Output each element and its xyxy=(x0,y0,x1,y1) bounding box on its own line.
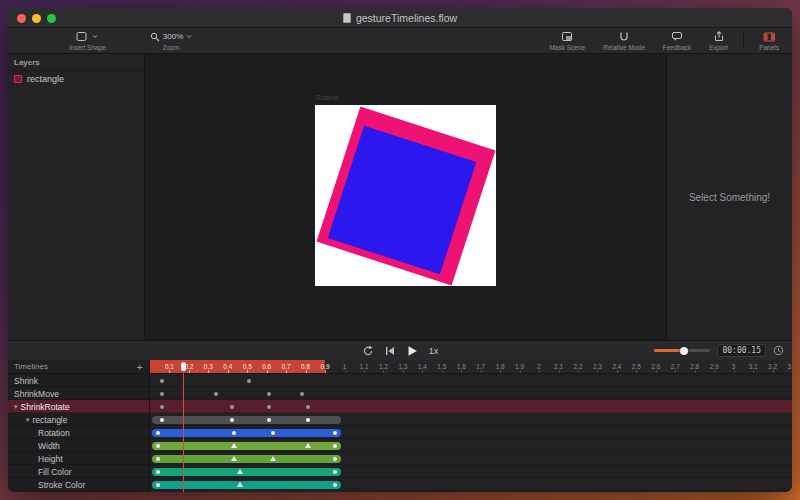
canvas[interactable]: Scene xyxy=(145,54,666,340)
keyframe-dot[interactable] xyxy=(232,431,236,435)
easing-marker-icon[interactable] xyxy=(237,469,243,474)
keyframe-dot[interactable] xyxy=(333,457,337,461)
timeline-track[interactable] xyxy=(150,452,792,465)
scene-artboard[interactable] xyxy=(315,105,496,286)
keyframe-dot[interactable] xyxy=(300,392,304,396)
keyframe-dot[interactable] xyxy=(230,405,234,409)
panels-toggle[interactable]: Panels xyxy=(750,28,788,53)
keyframe-dot[interactable] xyxy=(267,405,271,409)
ruler-tick-mark xyxy=(695,370,696,373)
keyframe-dot[interactable] xyxy=(156,470,160,474)
timeline-track[interactable] xyxy=(150,478,792,491)
disclosure-triangle-icon[interactable]: ▾ xyxy=(26,416,30,424)
layer-item-rectangle[interactable]: rectangle xyxy=(8,71,144,87)
keyframe-dot[interactable] xyxy=(156,483,160,487)
timeline-row-label-cell[interactable]: ▾rectangle xyxy=(8,413,150,426)
track-bar[interactable] xyxy=(152,455,341,463)
easing-marker-icon[interactable] xyxy=(305,443,311,448)
keyframe-dot[interactable] xyxy=(267,392,271,396)
timeline-track[interactable] xyxy=(150,426,792,439)
ruler-tick-mark xyxy=(169,370,170,373)
timelines-title: Timelines xyxy=(14,362,48,371)
track-bar[interactable] xyxy=(152,429,341,437)
close-button[interactable] xyxy=(17,14,26,23)
timeline-row[interactable]: Rotation xyxy=(8,426,792,439)
timeline-row-label-cell[interactable]: Rotation xyxy=(8,426,150,439)
keyframe-dot[interactable] xyxy=(156,444,160,448)
zoom-control[interactable]: 300% Zoom xyxy=(141,28,201,53)
skip-to-start-icon[interactable] xyxy=(385,346,395,356)
timeline-track[interactable] xyxy=(150,387,792,400)
easing-marker-icon[interactable] xyxy=(231,443,237,448)
timeline-ruler[interactable]: 0.10.20.30.40.50.60.70.80.911.11.21.31.4… xyxy=(150,360,792,374)
mask-scene-button[interactable]: Mask Scene xyxy=(540,28,594,53)
keyframe-dot[interactable] xyxy=(160,405,164,409)
timeline-track[interactable] xyxy=(150,439,792,452)
timeline-row[interactable]: ▾ShrinkRotate xyxy=(8,400,792,413)
timeline-track[interactable] xyxy=(150,413,792,426)
timeline-row[interactable]: ShrinkMove xyxy=(8,387,792,400)
easing-marker-icon[interactable] xyxy=(270,456,276,461)
zoom-label: Zoom xyxy=(163,44,180,51)
timeline-row[interactable]: Stroke Color xyxy=(8,478,792,491)
easing-marker-icon[interactable] xyxy=(237,482,243,487)
keyframe-dot[interactable] xyxy=(160,418,164,422)
slider-knob[interactable] xyxy=(680,347,688,355)
keyframe-dot[interactable] xyxy=(160,392,164,396)
keyframe-dot[interactable] xyxy=(156,457,160,461)
keyframe-dot[interactable] xyxy=(333,483,337,487)
track-bar[interactable] xyxy=(152,481,341,489)
insert-shape-button[interactable]: Insert Shape xyxy=(60,28,115,53)
relative-mode-button[interactable]: Relative Mode xyxy=(594,28,654,53)
timeline-row-label-cell[interactable]: Shrink xyxy=(8,374,150,387)
clock-icon[interactable] xyxy=(773,345,784,356)
disclosure-triangle-icon[interactable]: ▾ xyxy=(14,403,18,411)
timeline-track[interactable] xyxy=(150,400,792,413)
relative-mode-icon xyxy=(618,31,630,42)
keyframe-dot[interactable] xyxy=(230,418,234,422)
layers-panel: Layers rectangle xyxy=(8,54,145,340)
keyframe-dot[interactable] xyxy=(214,392,218,396)
window-title: gestureTimelines.flow xyxy=(356,12,457,24)
timeline-zoom-slider[interactable] xyxy=(654,349,710,352)
ruler-tick-mark xyxy=(617,370,618,373)
timeline-row-label-cell[interactable]: ShrinkMove xyxy=(8,387,150,400)
playback-speed[interactable]: 1x xyxy=(429,346,439,356)
timeline-row[interactable]: Shrink xyxy=(8,374,792,387)
timeline-row-label-cell[interactable]: Stroke Color xyxy=(8,478,150,491)
keyframe-dot[interactable] xyxy=(271,431,275,435)
track-bar[interactable] xyxy=(152,416,341,424)
keyframe-dot[interactable] xyxy=(333,444,337,448)
export-icon xyxy=(713,31,725,42)
keyframe-dot[interactable] xyxy=(156,431,160,435)
feedback-button[interactable]: Feedback xyxy=(654,28,701,53)
timeline-track[interactable] xyxy=(150,374,792,387)
playhead-handle[interactable] xyxy=(181,362,186,371)
timeline-row[interactable]: ▾rectangle xyxy=(8,413,792,426)
timeline-track[interactable] xyxy=(150,465,792,478)
minimize-button[interactable] xyxy=(32,14,41,23)
track-bar[interactable] xyxy=(152,468,341,476)
add-timeline-button[interactable]: + xyxy=(137,363,143,371)
timeline-row[interactable]: Fill Color xyxy=(8,465,792,478)
timeline-row-label-cell[interactable]: Fill Color xyxy=(8,465,150,478)
keyframe-dot[interactable] xyxy=(267,418,271,422)
play-icon[interactable] xyxy=(406,345,418,357)
keyframe-dot[interactable] xyxy=(333,470,337,474)
timeline-row-label-cell[interactable]: Height xyxy=(8,452,150,465)
export-button[interactable]: Export xyxy=(700,28,737,53)
keyframe-dot[interactable] xyxy=(247,379,251,383)
keyframe-dot[interactable] xyxy=(306,418,310,422)
loop-icon[interactable] xyxy=(362,345,374,357)
keyframe-dot[interactable] xyxy=(306,405,310,409)
timeline-row-label-cell[interactable]: Width xyxy=(8,439,150,452)
zoom-window-button[interactable] xyxy=(47,14,56,23)
keyframe-dot[interactable] xyxy=(160,379,164,383)
panels-label: Panels xyxy=(759,44,779,51)
timeline-row[interactable]: Width xyxy=(8,439,792,452)
keyframe-dot[interactable] xyxy=(333,431,337,435)
easing-marker-icon[interactable] xyxy=(231,456,237,461)
timeline-row-label-cell[interactable]: ▾ShrinkRotate xyxy=(8,400,150,413)
timeline-row[interactable]: Height xyxy=(8,452,792,465)
track-bar[interactable] xyxy=(152,442,341,450)
